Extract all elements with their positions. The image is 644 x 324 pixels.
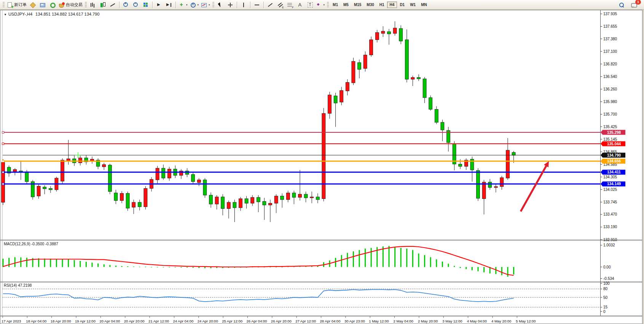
svg-text:135.145: 135.145 — [603, 137, 617, 141]
hline-icon — [254, 2, 260, 8]
profiles-button[interactable] — [38, 1, 48, 9]
chevron-down-icon[interactable]: ▼ — [4, 13, 7, 16]
svg-text:132.910: 132.910 — [603, 238, 617, 242]
chart-canvas[interactable]: 137.935137.655137.380137.100136.820136.5… — [0, 10, 642, 324]
date-label: 4 May 04:00 — [467, 319, 487, 323]
timeframe-button-M15[interactable]: M15 — [351, 2, 364, 8]
shapes-button[interactable]: ▾ — [315, 1, 326, 9]
date-label: 17 Apr 2023 — [2, 319, 21, 323]
toolbar-grip — [3, 2, 5, 8]
svg-text:80: 80 — [603, 287, 608, 291]
toolbar-separator — [237, 2, 237, 8]
date-label: 26 Apr 20:00 — [271, 319, 292, 323]
tile-windows-icon — [143, 2, 149, 8]
hline-handle[interactable] — [2, 143, 4, 145]
timeframe-button-M30[interactable]: M30 — [364, 2, 376, 8]
svg-text:137.380: 137.380 — [603, 37, 617, 41]
date-label: 28 Apr 04:00 — [320, 319, 341, 323]
svg-text:0.00: 0.00 — [603, 265, 611, 269]
autotrading-button[interactable]: 自动交易 — [57, 1, 84, 9]
svg-text:135.298: 135.298 — [607, 130, 621, 135]
svg-text:50: 50 — [603, 295, 608, 300]
channel-icon — [277, 2, 283, 8]
toolbar-grip — [85, 2, 87, 8]
svg-text:100: 100 — [603, 281, 610, 286]
trendline-icon — [267, 2, 273, 8]
fibonacci-icon — [287, 2, 293, 8]
text-button[interactable] — [295, 1, 305, 9]
svg-text:133.190: 133.190 — [603, 225, 617, 229]
date-label: 5 May 12:00 — [516, 319, 536, 323]
bar-chart-button[interactable] — [88, 1, 98, 9]
new-order-button[interactable]: 新订单 — [6, 1, 28, 9]
trendline-button[interactable] — [265, 1, 275, 9]
date-label: 4 May 20:00 — [491, 319, 511, 323]
vline-button[interactable] — [239, 1, 249, 9]
zoom-out-button[interactable] — [131, 1, 141, 9]
toolbar-grip — [212, 2, 214, 8]
timeframe-button-MN[interactable]: MN — [418, 2, 430, 8]
hline-handle[interactable] — [2, 132, 4, 133]
shapes-icon — [316, 2, 322, 8]
svg-text:137.100: 137.100 — [603, 49, 617, 54]
timeframe-button-H4[interactable]: H4 — [387, 2, 397, 8]
date-label: 20 Apr 20:00 — [124, 319, 145, 323]
search-button[interactable] — [617, 1, 626, 9]
date-label: 30 Apr 23:00 — [344, 319, 365, 323]
timeframe-button-D1[interactable]: D1 — [397, 2, 407, 8]
channel-button[interactable] — [275, 1, 285, 9]
indicators-button[interactable]: ▾ — [177, 1, 189, 9]
chart-title[interactable]: ▼USDJPY-,H4134.851 134.882 134.617 134.7… — [4, 12, 99, 16]
hline-handle[interactable] — [2, 160, 4, 162]
chart-shift-button[interactable] — [164, 1, 174, 9]
date-label: 18 Apr 20:00 — [51, 319, 71, 323]
dropdown-caret-icon[interactable]: ▾ — [209, 3, 210, 6]
svg-text:1.0032: 1.0032 — [603, 243, 615, 247]
date-label: 2 May 04:00 — [394, 319, 413, 323]
crosshair-button[interactable] — [225, 1, 235, 9]
zoom-in-icon — [123, 2, 129, 8]
templates-button[interactable]: ▾ — [200, 1, 211, 9]
candlestick-icon — [100, 2, 106, 8]
new-order-icon — [7, 2, 13, 8]
crayon-icon — [30, 2, 36, 8]
hline-handle[interactable] — [2, 183, 4, 185]
zoom-in-button[interactable] — [121, 1, 131, 9]
svg-text:133.470: 133.470 — [603, 212, 617, 216]
chat-button[interactable]: 1 — [629, 1, 639, 9]
line-chart-button[interactable] — [108, 1, 118, 9]
notification-badge: 1 — [635, 0, 641, 5]
timeframe-button-H1[interactable]: H1 — [377, 2, 387, 8]
zoom-out-icon — [133, 2, 139, 8]
hline-button[interactable] — [252, 1, 262, 9]
auto-scroll-button[interactable] — [154, 1, 164, 9]
candlestick-button[interactable] — [98, 1, 108, 9]
signal-button[interactable] — [48, 1, 57, 9]
svg-text:136.820: 136.820 — [603, 62, 617, 66]
label-button[interactable] — [305, 1, 315, 9]
timeframe-button-M1[interactable]: M1 — [330, 2, 341, 8]
fibonacci-button[interactable] — [285, 1, 295, 9]
dropdown-caret-icon[interactable]: ▾ — [324, 3, 325, 6]
periods-button[interactable]: ▾ — [189, 1, 200, 9]
date-label: 19 Apr 12:00 — [75, 319, 96, 323]
date-label: 1 May 12:00 — [369, 319, 389, 323]
rsi-indicator-label: RSI(14) 47.2198 — [4, 283, 32, 287]
svg-text:-0.534: -0.534 — [603, 276, 614, 281]
svg-text:15: 15 — [603, 305, 608, 309]
crayon-button[interactable] — [28, 1, 38, 9]
toolbar-separator — [175, 2, 176, 8]
line-chart-icon — [110, 2, 116, 8]
timeframe-button-W1[interactable]: W1 — [407, 2, 418, 8]
svg-text:134.025: 134.025 — [603, 187, 617, 192]
hline-handle[interactable] — [2, 171, 4, 173]
svg-text:137.935: 137.935 — [603, 12, 617, 16]
tile-windows-button[interactable] — [141, 1, 151, 9]
svg-text:134.149: 134.149 — [607, 182, 621, 186]
svg-text:137.655: 137.655 — [603, 24, 617, 29]
chart-window[interactable]: 137.935137.655137.380137.100136.820136.5… — [0, 10, 642, 324]
dropdown-caret-icon[interactable]: ▾ — [198, 3, 199, 6]
cursor-button[interactable] — [215, 1, 225, 9]
dropdown-caret-icon[interactable]: ▾ — [186, 3, 188, 6]
timeframe-button-M5[interactable]: M5 — [341, 2, 351, 8]
